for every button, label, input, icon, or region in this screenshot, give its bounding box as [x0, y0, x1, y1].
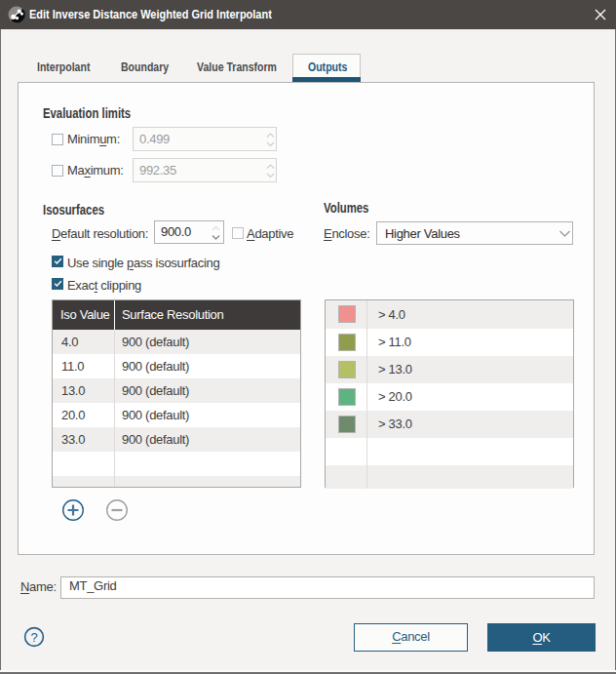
svg-text:?: ?	[30, 630, 37, 645]
